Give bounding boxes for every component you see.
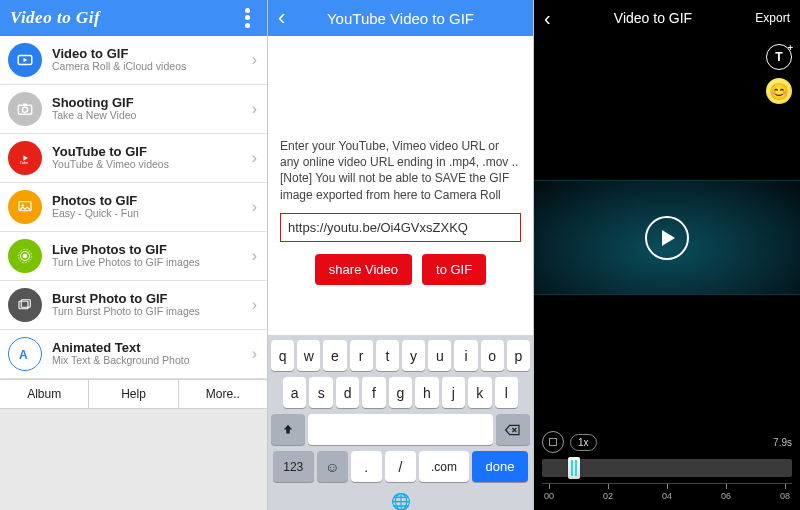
key-a[interactable]: a	[283, 377, 306, 408]
item-title: Photos to GIF	[52, 194, 252, 208]
tab-album[interactable]: Album	[0, 380, 88, 408]
share-video-button[interactable]: share Video	[315, 254, 412, 285]
tab-help[interactable]: Help	[88, 380, 177, 408]
chevron-right-icon: ›	[252, 345, 257, 363]
to-gif-button[interactable]: to GIF	[422, 254, 486, 285]
key-h[interactable]: h	[415, 377, 438, 408]
chevron-right-icon: ›	[252, 247, 257, 265]
key-l[interactable]: l	[495, 377, 518, 408]
keyboard: q w e r t y u i o p a s d f g h j k l	[268, 335, 533, 510]
footer-tabs: Album Help More..	[0, 379, 267, 409]
key-r[interactable]: r	[350, 340, 373, 371]
menu-item-photos-to-gif[interactable]: Photos to GIF Easy - Quick - Fun ›	[0, 183, 267, 232]
key-dot[interactable]: .	[351, 451, 382, 482]
add-text-icon[interactable]: T+	[766, 44, 792, 70]
key-123[interactable]: 123	[273, 451, 314, 482]
editor-panel: ‹ Video to GIF Export T+ 😊 1x 7.9s 00 02…	[534, 0, 800, 510]
key-e[interactable]: e	[323, 340, 346, 371]
menu-item-shooting-gif[interactable]: Shooting GIF Take a New Video ›	[0, 85, 267, 134]
item-subtitle: Turn Live Photos to GIF images	[52, 257, 252, 269]
item-subtitle: YouTube & Vimeo videos	[52, 159, 252, 171]
play-icon[interactable]	[645, 216, 689, 260]
item-subtitle: Turn Burst Photo to GIF images	[52, 306, 252, 318]
empty-area	[0, 409, 267, 510]
trim-slider[interactable]	[542, 459, 792, 477]
menu-item-livephotos-to-gif[interactable]: Live Photos to GIF Turn Live Photos to G…	[0, 232, 267, 281]
svg-point-7	[23, 254, 28, 259]
key-t[interactable]: t	[376, 340, 399, 371]
key-p[interactable]: p	[507, 340, 530, 371]
time-ruler: 00 02 04 06 08	[542, 491, 792, 501]
video-url-input[interactable]	[280, 213, 521, 242]
panel2-title: YouTube Video to GIF	[327, 10, 474, 27]
photo-icon	[8, 190, 42, 224]
key-f[interactable]: f	[362, 377, 385, 408]
overflow-menu-icon[interactable]	[237, 7, 257, 29]
duration-label: 7.9s	[773, 437, 792, 448]
item-title: Burst Photo to GIF	[52, 292, 252, 306]
key-k[interactable]: k	[468, 377, 491, 408]
item-title: YouTube to GIF	[52, 145, 252, 159]
chevron-right-icon: ›	[252, 51, 257, 69]
key-u[interactable]: u	[428, 340, 451, 371]
key-g[interactable]: g	[389, 377, 412, 408]
youtube-icon: Tube	[8, 141, 42, 175]
camera-icon	[8, 92, 42, 126]
key-globe[interactable]: 🌐	[271, 488, 530, 510]
chevron-right-icon: ›	[252, 100, 257, 118]
tab-more[interactable]: More..	[178, 380, 267, 408]
panel2-header: ‹ YouTube Video to GIF	[268, 0, 533, 36]
key-slash[interactable]: /	[385, 451, 416, 482]
trim-handle[interactable]	[568, 457, 580, 479]
menu-item-youtube-to-gif[interactable]: Tube YouTube to GIF YouTube & Vimeo vide…	[0, 134, 267, 183]
key-y[interactable]: y	[402, 340, 425, 371]
key-s[interactable]: s	[309, 377, 332, 408]
youtube-url-panel: ‹ YouTube Video to GIF Enter your YouTub…	[268, 0, 534, 510]
speed-button[interactable]: 1x	[570, 434, 597, 451]
key-com[interactable]: .com	[419, 451, 469, 482]
editor-header: ‹ Video to GIF Export	[534, 0, 800, 36]
chevron-right-icon: ›	[252, 198, 257, 216]
key-backspace[interactable]	[496, 414, 530, 445]
key-o[interactable]: o	[481, 340, 504, 371]
item-title: Live Photos to GIF	[52, 243, 252, 257]
menu-item-burst-to-gif[interactable]: Burst Photo to GIF Turn Burst Photo to G…	[0, 281, 267, 330]
item-subtitle: Camera Roll & iCloud videos	[52, 61, 252, 73]
item-subtitle: Easy - Quick - Fun	[52, 208, 252, 220]
key-q[interactable]: q	[271, 340, 294, 371]
menu-item-animated-text[interactable]: A Animated Text Mix Text & Background Ph…	[0, 330, 267, 379]
chevron-right-icon: ›	[252, 296, 257, 314]
editor-back-icon[interactable]: ‹	[544, 7, 551, 30]
menu-item-video-to-gif[interactable]: Video to GIF Camera Roll & iCloud videos…	[0, 36, 267, 85]
key-d[interactable]: d	[336, 377, 359, 408]
key-i[interactable]: i	[454, 340, 477, 371]
video-preview[interactable]	[534, 180, 800, 295]
burst-icon	[8, 288, 42, 322]
main-header: Video to Gif	[0, 0, 267, 36]
livephoto-icon	[8, 239, 42, 273]
export-button[interactable]: Export	[755, 11, 790, 25]
svg-rect-3	[23, 103, 28, 105]
play-icon	[8, 43, 42, 77]
key-w[interactable]: w	[297, 340, 320, 371]
item-title: Animated Text	[52, 341, 252, 355]
main-menu-panel: Video to Gif Video to GIF Camera Roll & …	[0, 0, 268, 510]
key-done[interactable]: done	[472, 451, 528, 482]
key-space[interactable]	[308, 414, 492, 445]
key-emoji[interactable]: ☺	[317, 451, 348, 482]
text-icon: A	[8, 337, 42, 371]
chevron-right-icon: ›	[252, 149, 257, 167]
svg-text:Tube: Tube	[20, 161, 28, 165]
instruction-text: Enter your YouTube, Vimeo video URL or a…	[280, 138, 521, 203]
svg-text:A: A	[19, 348, 28, 362]
add-sticker-icon[interactable]: 😊	[766, 78, 792, 104]
key-shift[interactable]	[271, 414, 305, 445]
back-icon[interactable]: ‹	[278, 5, 285, 31]
crop-icon[interactable]	[542, 431, 564, 453]
item-subtitle: Take a New Video	[52, 110, 252, 122]
key-j[interactable]: j	[442, 377, 465, 408]
timeline-controls: 1x 7.9s 00 02 04 06 08	[534, 425, 800, 510]
item-title: Video to GIF	[52, 47, 252, 61]
app-title: Video to Gif	[10, 8, 100, 28]
item-title: Shooting GIF	[52, 96, 252, 110]
